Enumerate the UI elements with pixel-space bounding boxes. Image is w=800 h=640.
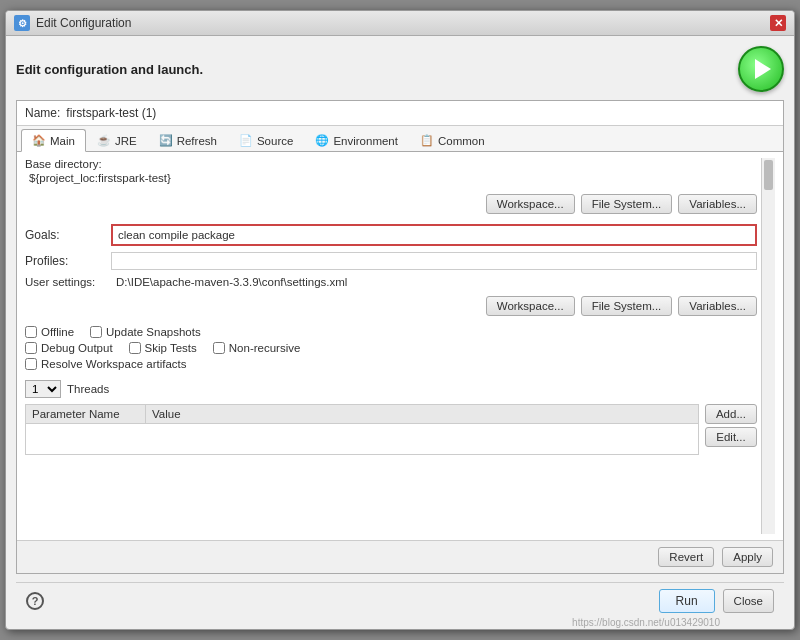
name-label: Name: <box>25 106 60 120</box>
tab-main-label: Main <box>50 135 75 147</box>
user-settings-label: User settings: <box>25 276 110 288</box>
file-system-button-2[interactable]: File System... <box>581 296 673 316</box>
window-icon: ⚙ <box>14 15 30 31</box>
main-window: ⚙ Edit Configuration ✕ Edit configuratio… <box>5 10 795 630</box>
goals-row: Goals: <box>25 224 757 246</box>
watermark: https://blog.csdn.net/u013429010 <box>572 617 720 628</box>
checkbox-row-3: Resolve Workspace artifacts <box>25 358 757 370</box>
resolve-workspace-label: Resolve Workspace artifacts <box>41 358 187 370</box>
debug-output-label: Debug Output <box>41 342 113 354</box>
goals-input-wrap <box>111 224 757 246</box>
base-directory-section: Base directory: ${project_loc:firstspark… <box>25 158 757 186</box>
content-area: Edit configuration and launch. Name: fir… <box>6 36 794 629</box>
tab-source[interactable]: 📄 Source <box>228 129 304 151</box>
threads-row: 1 2 4 Threads <box>25 380 757 398</box>
tab-common[interactable]: 📋 Common <box>409 129 496 151</box>
goals-input[interactable] <box>114 227 754 243</box>
user-settings-value: D:\IDE\apache-maven-3.3.9\conf\settings.… <box>116 276 347 288</box>
base-directory-value: ${project_loc:firstspark-test} <box>25 170 757 186</box>
non-recursive-checkbox[interactable] <box>213 342 225 354</box>
checkboxes-section: Offline Update Snapshots Debug Output <box>25 326 757 370</box>
scrollbar[interactable] <box>761 158 775 534</box>
threads-label: Threads <box>67 383 109 395</box>
update-snapshots-label: Update Snapshots <box>106 326 201 338</box>
panel-content: Base directory: ${project_loc:firstspark… <box>17 152 783 540</box>
apply-button[interactable]: Apply <box>722 547 773 567</box>
update-snapshots-checkbox[interactable] <box>90 326 102 338</box>
goals-label: Goals: <box>25 228 105 242</box>
header-row: Edit configuration and launch. <box>16 46 784 92</box>
variables-button-2[interactable]: Variables... <box>678 296 757 316</box>
resolve-workspace-checkbox-item: Resolve Workspace artifacts <box>25 358 187 370</box>
scroll-thumb <box>764 160 773 190</box>
title-bar: ⚙ Edit Configuration ✕ <box>6 11 794 36</box>
resolve-workspace-checkbox[interactable] <box>25 358 37 370</box>
tab-jre-label: JRE <box>115 135 137 147</box>
window-title: Edit Configuration <box>36 16 131 30</box>
tab-refresh[interactable]: 🔄 Refresh <box>148 129 228 151</box>
close-button[interactable]: Close <box>723 589 774 613</box>
buttons-row-1: Workspace... File System... Variables... <box>25 194 757 214</box>
threads-select[interactable]: 1 2 4 <box>25 380 61 398</box>
run-footer-button[interactable]: Run <box>659 589 715 613</box>
tab-jre[interactable]: ☕ JRE <box>86 129 148 151</box>
main-panel: Name: firstspark-test (1) 🏠 Main ☕ JRE 🔄… <box>16 100 784 574</box>
tab-environment-label: Environment <box>333 135 398 147</box>
jre-tab-icon: ☕ <box>97 134 111 147</box>
env-tab-icon: 🌐 <box>315 134 329 147</box>
common-tab-icon: 📋 <box>420 134 434 147</box>
workspace-button-2[interactable]: Workspace... <box>486 296 575 316</box>
offline-checkbox-item: Offline <box>25 326 74 338</box>
buttons-row-2: Workspace... File System... Variables... <box>25 296 757 316</box>
param-table-header: Parameter Name Value <box>26 405 698 424</box>
help-icon[interactable]: ? <box>26 592 44 610</box>
non-recursive-label: Non-recursive <box>229 342 301 354</box>
offline-checkbox[interactable] <box>25 326 37 338</box>
tab-refresh-label: Refresh <box>177 135 217 147</box>
offline-label: Offline <box>41 326 74 338</box>
profiles-input[interactable] <box>111 252 757 270</box>
checkbox-row-1: Offline Update Snapshots <box>25 326 757 338</box>
skip-tests-label: Skip Tests <box>145 342 197 354</box>
tabs-row: 🏠 Main ☕ JRE 🔄 Refresh 📄 Source 🌐 <box>17 126 783 152</box>
footer-bar: ? Run Close <box>16 582 784 619</box>
refresh-tab-icon: 🔄 <box>159 134 173 147</box>
footer-left: ? <box>26 592 44 610</box>
param-table-body <box>26 424 698 454</box>
bottom-bar: Revert Apply <box>17 540 783 573</box>
name-row: Name: firstspark-test (1) <box>17 101 783 126</box>
run-button[interactable] <box>738 46 784 92</box>
skip-tests-checkbox[interactable] <box>129 342 141 354</box>
checkbox-row-2: Debug Output Skip Tests Non-recursive <box>25 342 757 354</box>
title-bar-left: ⚙ Edit Configuration <box>14 15 131 31</box>
user-settings-row: User settings: D:\IDE\apache-maven-3.3.9… <box>25 276 757 288</box>
revert-button[interactable]: Revert <box>658 547 714 567</box>
file-system-button-1[interactable]: File System... <box>581 194 673 214</box>
param-actions: Add... Edit... <box>705 404 757 447</box>
debug-output-checkbox[interactable] <box>25 342 37 354</box>
profiles-label: Profiles: <box>25 254 105 268</box>
tab-main[interactable]: 🏠 Main <box>21 129 86 152</box>
footer-right: Run Close <box>659 589 774 613</box>
edit-button[interactable]: Edit... <box>705 427 757 447</box>
skip-tests-checkbox-item: Skip Tests <box>129 342 197 354</box>
param-table: Parameter Name Value <box>25 404 699 455</box>
profiles-row: Profiles: <box>25 252 757 270</box>
base-directory-label: Base directory: <box>25 158 757 170</box>
variables-button-1[interactable]: Variables... <box>678 194 757 214</box>
close-window-button[interactable]: ✕ <box>770 15 786 31</box>
page-title: Edit configuration and launch. <box>16 62 203 77</box>
param-value-header: Value <box>146 405 698 423</box>
name-value: firstspark-test (1) <box>66 106 156 120</box>
debug-output-checkbox-item: Debug Output <box>25 342 113 354</box>
add-button[interactable]: Add... <box>705 404 757 424</box>
source-tab-icon: 📄 <box>239 134 253 147</box>
workspace-button-1[interactable]: Workspace... <box>486 194 575 214</box>
tab-common-label: Common <box>438 135 485 147</box>
panel-main: Base directory: ${project_loc:firstspark… <box>25 158 757 534</box>
update-snapshots-checkbox-item: Update Snapshots <box>90 326 201 338</box>
param-table-wrap: Parameter Name Value Add... Edit... <box>25 404 757 455</box>
non-recursive-checkbox-item: Non-recursive <box>213 342 301 354</box>
param-name-header: Parameter Name <box>26 405 146 423</box>
tab-environment[interactable]: 🌐 Environment <box>304 129 409 151</box>
